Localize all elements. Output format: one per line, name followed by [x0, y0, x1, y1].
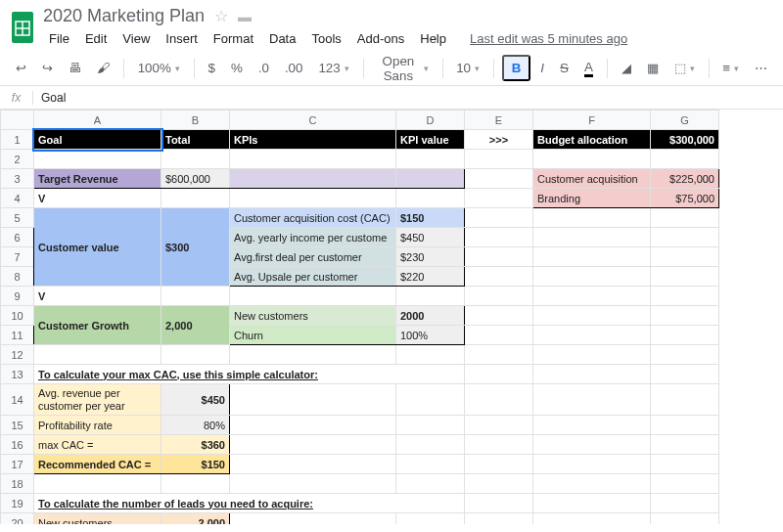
- cell[interactable]: [533, 384, 651, 416]
- row-header[interactable]: 20: [1, 513, 34, 525]
- italic-button[interactable]: I: [534, 57, 550, 79]
- cell[interactable]: [465, 384, 533, 416]
- star-icon[interactable]: ☆: [214, 7, 228, 25]
- cell[interactable]: [533, 228, 651, 247]
- cell[interactable]: $230: [396, 247, 465, 267]
- cell[interactable]: [651, 267, 719, 287]
- formula-input[interactable]: Goal: [33, 91, 66, 105]
- cell[interactable]: [161, 287, 230, 306]
- cell[interactable]: New customers: [230, 306, 396, 326]
- row-header[interactable]: 3: [1, 169, 34, 189]
- cell[interactable]: [651, 416, 719, 435]
- cell[interactable]: [533, 345, 651, 365]
- cell[interactable]: Customer acquisition cost (CAC): [230, 208, 396, 228]
- col-header-A[interactable]: A: [34, 111, 161, 130]
- cell[interactable]: $150: [161, 455, 230, 474]
- cell[interactable]: [651, 435, 719, 455]
- menu-tools[interactable]: Tools: [305, 28, 346, 49]
- percent-button[interactable]: %: [225, 57, 249, 79]
- cell[interactable]: [465, 365, 533, 384]
- cell[interactable]: [533, 365, 651, 384]
- cell[interactable]: [161, 474, 230, 494]
- cell[interactable]: 2,000: [161, 513, 230, 525]
- cell[interactable]: Churn: [230, 326, 396, 345]
- cell[interactable]: [34, 474, 161, 494]
- font-size-select[interactable]: 10: [450, 57, 485, 79]
- cell[interactable]: [230, 150, 396, 169]
- cell[interactable]: 100%: [396, 326, 465, 345]
- document-title[interactable]: 2020 Marketing Plan: [43, 6, 205, 26]
- row-header[interactable]: 9: [1, 287, 34, 306]
- cell[interactable]: [465, 208, 533, 228]
- currency-button[interactable]: $: [202, 57, 220, 79]
- col-header-C[interactable]: C: [230, 111, 396, 130]
- cell[interactable]: [230, 474, 396, 494]
- cell[interactable]: [533, 267, 651, 287]
- cell[interactable]: $75,000: [651, 189, 719, 208]
- cell[interactable]: V: [34, 287, 161, 306]
- row-header[interactable]: 4: [1, 189, 34, 208]
- text-color-button[interactable]: A: [578, 56, 599, 81]
- cell[interactable]: Avg.first deal per customer: [230, 247, 396, 267]
- cell[interactable]: New customers: [34, 513, 161, 525]
- cell[interactable]: [465, 474, 533, 494]
- cell[interactable]: [396, 474, 465, 494]
- cell[interactable]: max CAC =: [34, 435, 161, 455]
- menu-addons[interactable]: Add-ons: [351, 28, 410, 49]
- print-button[interactable]: 🖶: [63, 57, 87, 79]
- cell[interactable]: [230, 416, 396, 435]
- font-select[interactable]: Open Sans: [371, 50, 434, 87]
- row-header[interactable]: 7: [1, 247, 34, 267]
- cell[interactable]: [533, 150, 651, 169]
- cell[interactable]: [533, 306, 651, 326]
- cell[interactable]: 80%: [161, 416, 230, 435]
- fill-color-button[interactable]: ◢: [616, 57, 637, 79]
- cell[interactable]: [651, 306, 719, 326]
- number-format-select[interactable]: 123: [312, 57, 354, 79]
- cell[interactable]: [465, 455, 533, 474]
- cell[interactable]: [465, 513, 533, 525]
- cell[interactable]: [533, 435, 651, 455]
- col-header-F[interactable]: F: [533, 111, 651, 130]
- cell[interactable]: [465, 189, 533, 208]
- row-header[interactable]: 5: [1, 208, 34, 228]
- last-edit-link[interactable]: Last edit was 5 minutes ago: [464, 28, 633, 49]
- cell[interactable]: KPIs: [230, 130, 396, 150]
- row-header[interactable]: 15: [1, 416, 34, 435]
- row-header[interactable]: 2: [1, 150, 34, 169]
- cell[interactable]: [651, 287, 719, 306]
- cell[interactable]: [533, 326, 651, 345]
- cell[interactable]: [465, 247, 533, 267]
- paint-format-button[interactable]: 🖌: [91, 57, 115, 79]
- cell[interactable]: To calculate the number of leads you nee…: [34, 494, 465, 513]
- borders-button[interactable]: ▦: [641, 57, 665, 79]
- cell[interactable]: [533, 494, 651, 513]
- cell[interactable]: [396, 455, 465, 474]
- halign-button[interactable]: ≡: [716, 57, 745, 79]
- cell[interactable]: Total: [161, 130, 230, 150]
- cell[interactable]: Target Revenue: [34, 169, 161, 189]
- cell[interactable]: [230, 455, 396, 474]
- cell[interactable]: $300: [161, 208, 230, 287]
- strike-button[interactable]: S: [554, 57, 575, 79]
- more-button[interactable]: ⋯: [749, 57, 773, 79]
- cell[interactable]: Customer value: [34, 208, 161, 287]
- col-header-E[interactable]: E: [465, 111, 533, 130]
- cell[interactable]: [161, 150, 230, 169]
- cell[interactable]: [533, 474, 651, 494]
- cell[interactable]: Customer acquisition: [533, 169, 651, 189]
- cell[interactable]: [651, 474, 719, 494]
- cell[interactable]: [396, 345, 465, 365]
- cell[interactable]: $600,000: [161, 169, 230, 189]
- cell[interactable]: [465, 435, 533, 455]
- redo-button[interactable]: ↪: [36, 57, 59, 79]
- cell[interactable]: [465, 345, 533, 365]
- cell[interactable]: [465, 228, 533, 247]
- cell[interactable]: $450: [396, 228, 465, 247]
- row-header[interactable]: 1: [1, 130, 34, 150]
- cell[interactable]: [465, 416, 533, 435]
- col-header-D[interactable]: D: [396, 111, 465, 130]
- cell[interactable]: [533, 513, 651, 525]
- cell[interactable]: [230, 435, 396, 455]
- cell[interactable]: [161, 189, 230, 208]
